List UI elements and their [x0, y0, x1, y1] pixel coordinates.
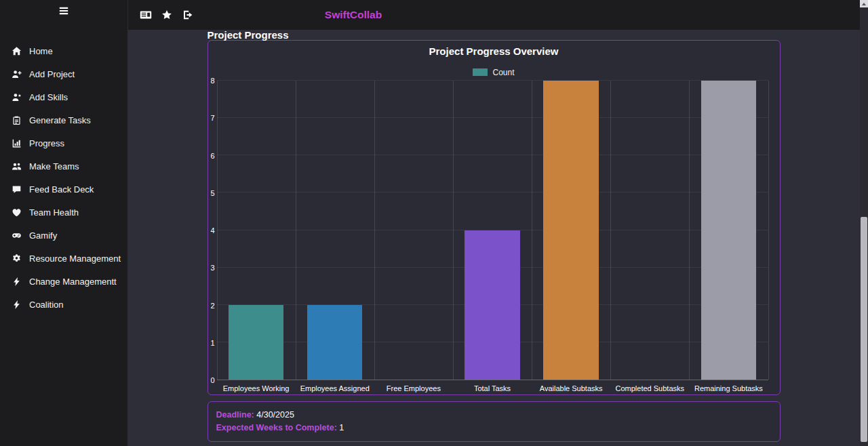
x-axis-label: Completed Subtasks — [610, 384, 689, 392]
sidebar-item-resource-management[interactable]: Resource Management — [0, 247, 127, 270]
chart-x-axis: Employees WorkingEmployees AssignedFree … — [217, 383, 768, 395]
users-icon — [12, 161, 22, 171]
sidebar-item-label: Resource Management — [29, 254, 121, 264]
sidebar-item-add-skills[interactable]: Add Skills — [0, 85, 127, 108]
heart-icon — [12, 207, 22, 218]
menu-icon — [58, 5, 70, 17]
star-button[interactable] — [161, 9, 173, 20]
sidebar-item-gamify[interactable]: Gamify — [0, 224, 127, 247]
y-axis-label: 0 — [210, 377, 214, 384]
y-axis-label: 8 — [210, 77, 214, 85]
gridline — [610, 81, 611, 380]
user-plus-icon — [12, 69, 22, 79]
news-feed-button[interactable] — [140, 9, 152, 20]
app-title: SwiftCollab — [325, 9, 382, 21]
x-axis-label: Available Subtasks — [532, 384, 610, 392]
chart-bar-available-subtasks[interactable] — [543, 81, 598, 380]
sidebar-item-home[interactable]: Home — [0, 39, 127, 62]
menu-button[interactable] — [58, 5, 70, 17]
weeks-value: 1 — [339, 423, 344, 432]
scrollbar-thumb[interactable] — [861, 217, 867, 442]
home-icon — [12, 46, 22, 56]
gridline — [768, 81, 769, 380]
x-axis-label: Remaining Subtasks — [689, 384, 768, 392]
gridline — [689, 81, 690, 380]
y-axis-label: 7 — [210, 115, 214, 122]
sidebar-item-generate-tasks[interactable]: Generate Tasks — [0, 108, 127, 131]
sign-out-button[interactable] — [182, 9, 194, 20]
y-axis-label: 6 — [210, 152, 214, 159]
y-axis-label: 1 — [210, 339, 214, 346]
comment-icon — [12, 184, 22, 195]
legend-label: Count — [492, 68, 514, 77]
star-icon — [161, 9, 173, 20]
gridline — [217, 80, 768, 81]
gridline — [532, 81, 532, 380]
deadline-line: Deadline: 4/30/2025 — [216, 409, 772, 422]
deadline-value: 4/30/2025 — [256, 410, 294, 420]
sidebar-item-label: Add Project — [29, 69, 75, 79]
sidebar-item-label: Progress — [29, 138, 64, 148]
legend-swatch — [473, 68, 488, 76]
weeks-label: Expected Weeks to Complete: — [216, 423, 337, 432]
sidebar-item-make-teams[interactable]: Make Teams — [0, 155, 127, 178]
gridline — [217, 117, 768, 118]
weeks-line: Expected Weeks to Complete: 1 — [216, 422, 772, 434]
y-axis-label: 4 — [210, 227, 214, 235]
sidebar-item-add-project[interactable]: Add Project — [0, 62, 127, 85]
chart-legend: Count — [208, 68, 780, 77]
chart-body: 012345678 — [208, 81, 780, 380]
gridline — [374, 81, 375, 380]
gridline — [296, 81, 296, 380]
sidebar-item-label: Home — [29, 46, 53, 56]
sidebar-header — [0, 0, 127, 22]
sidebar: HomeAdd ProjectAdd SkillsGenerate TasksP… — [0, 0, 127, 446]
y-axis-label: 5 — [210, 189, 214, 197]
sidebar-item-team-health[interactable]: Team Health — [0, 201, 127, 224]
sidebar-nav: HomeAdd ProjectAdd SkillsGenerate TasksP… — [0, 39, 127, 316]
news-feed-icon — [140, 9, 152, 20]
y-axis-label: 2 — [210, 302, 214, 309]
chart-bar-total-tasks[interactable] — [465, 230, 519, 380]
gridline — [217, 81, 218, 380]
sidebar-item-coalition[interactable]: Coalition — [0, 293, 127, 316]
sidebar-item-label: Feed Back Deck — [29, 184, 94, 195]
scrollbar[interactable] — [860, 0, 868, 446]
x-axis-label: Employees Working — [217, 384, 296, 392]
content-column: Project Progress Project Progress Overvi… — [208, 30, 781, 442]
clipboard-icon — [12, 115, 22, 125]
sidebar-item-label: Change Managementt — [29, 277, 117, 287]
chart-bar-employees-working[interactable] — [229, 305, 283, 380]
sidebar-item-label: Make Teams — [29, 161, 79, 171]
chart-card: Project Progress Overview Count 01234567… — [208, 40, 781, 395]
sidebar-item-feed-back-deck[interactable]: Feed Back Deck — [0, 178, 127, 201]
gear-icon — [12, 254, 22, 264]
sidebar-item-label: Add Skills — [29, 92, 68, 102]
deadline-card: Deadline: 4/30/2025 Expected Weeks to Co… — [208, 401, 781, 442]
sidebar-item-label: Coalition — [29, 300, 64, 310]
sidebar-item-label: Generate Tasks — [29, 115, 91, 125]
chart-plot[interactable] — [217, 81, 768, 380]
y-axis-label: 3 — [210, 264, 214, 272]
scroll-up-arrow[interactable] — [860, 0, 868, 7]
user-skill-icon — [12, 92, 22, 102]
topbar: SwiftCollab — [127, 0, 860, 30]
page-title: Project Progress — [208, 30, 781, 40]
x-axis-label: Free Employees — [374, 384, 453, 392]
topbar-actions — [140, 9, 194, 20]
gridline — [217, 192, 768, 192]
main-content: Project Progress Project Progress Overvi… — [127, 30, 860, 446]
sidebar-item-change-managementt[interactable]: Change Managementt — [0, 270, 127, 293]
sidebar-item-progress[interactable]: Progress — [0, 131, 127, 155]
gamepad-icon — [12, 230, 22, 241]
sidebar-item-label: Gamify — [29, 230, 57, 241]
chart-bar-remaining-subtasks[interactable] — [701, 81, 756, 380]
chart-title: Project Progress Overview — [208, 46, 780, 57]
bolt-icon — [12, 277, 22, 287]
chart-y-axis: 012345678 — [208, 81, 217, 380]
chart-bar-employees-assigned[interactable] — [307, 305, 362, 380]
chart-bar-icon — [12, 138, 22, 148]
legend-item-count[interactable]: Count — [473, 68, 514, 77]
sidebar-item-label: Team Health — [29, 207, 79, 218]
gridline — [453, 81, 454, 380]
